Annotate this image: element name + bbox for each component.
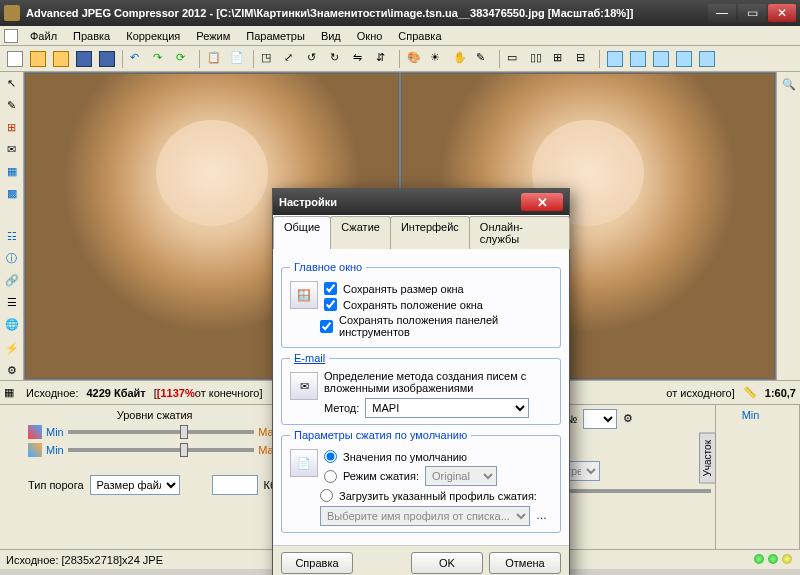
folder-icon — [53, 51, 69, 67]
menu-params[interactable]: Параметры — [238, 28, 313, 44]
browse-icon[interactable]: … — [536, 509, 550, 523]
adjust-button[interactable]: ☀ — [427, 48, 449, 70]
radio-default[interactable] — [324, 450, 337, 463]
tool-batch[interactable]: ☷ — [2, 227, 22, 247]
menu-view[interactable]: Вид — [313, 28, 349, 44]
group-email: E-mail ✉ Определение метода создания пис… — [281, 352, 561, 425]
copy-button[interactable]: 📋 — [204, 48, 226, 70]
rotate-right-icon: ↻ — [330, 51, 346, 67]
redo-button[interactable]: ↷ — [150, 48, 172, 70]
tab-online[interactable]: Онлайн-службы — [469, 216, 570, 249]
tool-list[interactable]: ☰ — [2, 293, 22, 313]
save-button[interactable] — [73, 48, 95, 70]
minimize-button[interactable]: — — [708, 4, 736, 22]
tool-world[interactable]: 🌐 — [2, 314, 22, 334]
tool-link[interactable]: 🔗 — [2, 271, 22, 291]
wm-no-select[interactable] — [583, 409, 617, 429]
menu-window[interactable]: Окно — [349, 28, 391, 44]
rotate-right-button[interactable]: ↻ — [327, 48, 349, 70]
window-title: Advanced JPEG Compressor 2012 - [C:\ZIM\… — [26, 7, 706, 19]
right-sidebar: 🔍 — [776, 72, 800, 380]
cancel-button[interactable]: Отмена — [489, 552, 561, 574]
tab-compression[interactable]: Сжатие — [330, 216, 391, 249]
link-icon: 🔗 — [5, 274, 19, 287]
maximize-button[interactable]: ▭ — [738, 4, 766, 22]
layout4-button[interactable]: ⊟ — [573, 48, 595, 70]
layout3-button[interactable]: ⊞ — [550, 48, 572, 70]
flip-v-button[interactable]: ⇵ — [373, 48, 395, 70]
layout2-button[interactable]: ▯▯ — [527, 48, 549, 70]
help-button[interactable]: Справка — [281, 552, 353, 574]
menu-edit[interactable]: Правка — [65, 28, 118, 44]
zoomin-button[interactable]: 🔍 — [779, 74, 799, 94]
chk-save-pos-label: Сохранять положение окна — [343, 299, 483, 311]
dst-suffix: от исходного] — [666, 387, 734, 399]
marker-button[interactable]: ✎ — [473, 48, 495, 70]
layout1-button[interactable]: ▭ — [504, 48, 526, 70]
color-button[interactable]: 🎨 — [404, 48, 426, 70]
undo-button[interactable]: ↶ — [127, 48, 149, 70]
chk-save-toolbars[interactable] — [320, 320, 333, 333]
reload-icon: ⟳ — [176, 51, 192, 67]
pointer-icon: ↖ — [7, 77, 16, 90]
hand-button[interactable]: ✋ — [450, 48, 472, 70]
open-button[interactable] — [27, 48, 49, 70]
source-size: 4229 Кбайт — [86, 387, 145, 399]
open-recent-button[interactable] — [50, 48, 72, 70]
tool-diff[interactable]: ⊞ — [2, 118, 22, 138]
panel2-button[interactable] — [627, 48, 649, 70]
tool-region2[interactable]: ▩ — [2, 183, 22, 203]
tool-settings[interactable]: ⚙ — [2, 360, 22, 380]
chk-save-size[interactable] — [324, 282, 337, 295]
reload-button[interactable]: ⟳ — [173, 48, 195, 70]
threshold-select[interactable]: Размер файла — [90, 475, 180, 495]
tool-pointer[interactable]: ↖ — [2, 74, 22, 94]
layout4-icon: ⊟ — [576, 51, 592, 67]
ratio-value: [1137% — [157, 387, 195, 399]
panel3-button[interactable] — [650, 48, 672, 70]
tool-region[interactable]: ▦ — [2, 161, 22, 181]
group-defaults: Параметры сжатия по умолчанию 📄 Значения… — [281, 429, 561, 533]
tool-mail[interactable]: ✉ — [2, 140, 22, 160]
crop-icon: ◳ — [261, 51, 277, 67]
radio-mode[interactable] — [324, 470, 337, 483]
tool-pencil[interactable]: ✎ — [2, 96, 22, 116]
threshold-size-input[interactable] — [212, 475, 258, 495]
group-main-legend: Главное окно — [290, 261, 366, 273]
new-button[interactable] — [4, 48, 26, 70]
saveas-button[interactable] — [96, 48, 118, 70]
menu-help[interactable]: Справка — [390, 28, 449, 44]
profile-select[interactable]: Выберите имя профиля от списка... — [320, 506, 530, 526]
panel1-button[interactable] — [604, 48, 626, 70]
tab-uchastok2[interactable]: Участок — [699, 433, 716, 484]
menu-correction[interactable]: Коррекция — [118, 28, 188, 44]
tool-lightning[interactable]: ⚡ — [2, 338, 22, 358]
tab-general[interactable]: Общие — [273, 216, 331, 249]
flip-h-icon: ⇋ — [353, 51, 369, 67]
ok-button[interactable]: OK — [411, 552, 483, 574]
panel5-button[interactable] — [696, 48, 718, 70]
dialog-close-button[interactable]: ✕ — [521, 193, 563, 211]
rotate-left-button[interactable]: ↺ — [304, 48, 326, 70]
menu-mode[interactable]: Режим — [188, 28, 238, 44]
page-icon: ▦ — [4, 386, 18, 400]
dialog-body: Главное окно 🪟 Сохранять размер окна Сох… — [273, 249, 569, 545]
close-button[interactable]: ✕ — [768, 4, 796, 22]
flip-h-button[interactable]: ⇋ — [350, 48, 372, 70]
group-email-legend[interactable]: E-mail — [294, 352, 325, 364]
radio-profile[interactable] — [320, 489, 333, 502]
wm-settings-icon[interactable]: ⚙ — [623, 412, 637, 426]
chk-save-pos[interactable] — [324, 298, 337, 311]
paste-button[interactable]: 📄 — [227, 48, 249, 70]
crop-button[interactable]: ◳ — [258, 48, 280, 70]
resize-button[interactable]: ⤢ — [281, 48, 303, 70]
mode-select[interactable]: Original — [425, 466, 497, 486]
slider-luma[interactable] — [68, 430, 255, 434]
panel-icon — [607, 51, 623, 67]
tab-interface[interactable]: Интерфейс — [390, 216, 470, 249]
tool-info[interactable]: ⓘ — [2, 249, 22, 269]
menu-file[interactable]: Файл — [22, 28, 65, 44]
panel4-button[interactable] — [673, 48, 695, 70]
method-select[interactable]: MAPI — [365, 398, 529, 418]
slider-chroma[interactable] — [68, 448, 255, 452]
